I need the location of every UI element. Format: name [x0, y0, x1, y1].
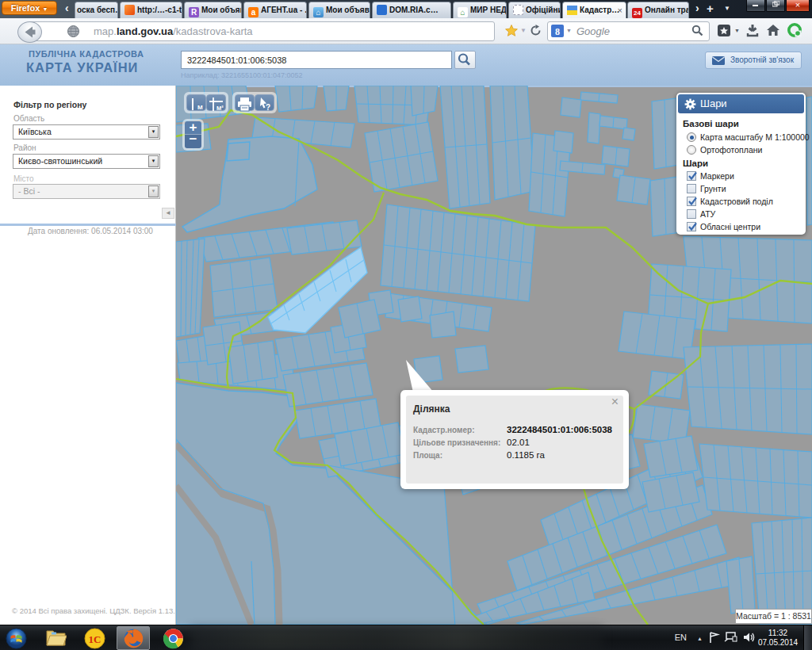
- svg-text:?: ?: [266, 103, 270, 112]
- svg-text:М: М: [197, 104, 203, 111]
- svg-text:М²: М²: [216, 105, 224, 112]
- svg-text:8: 8: [555, 26, 560, 37]
- svg-text:1С: 1С: [89, 633, 102, 645]
